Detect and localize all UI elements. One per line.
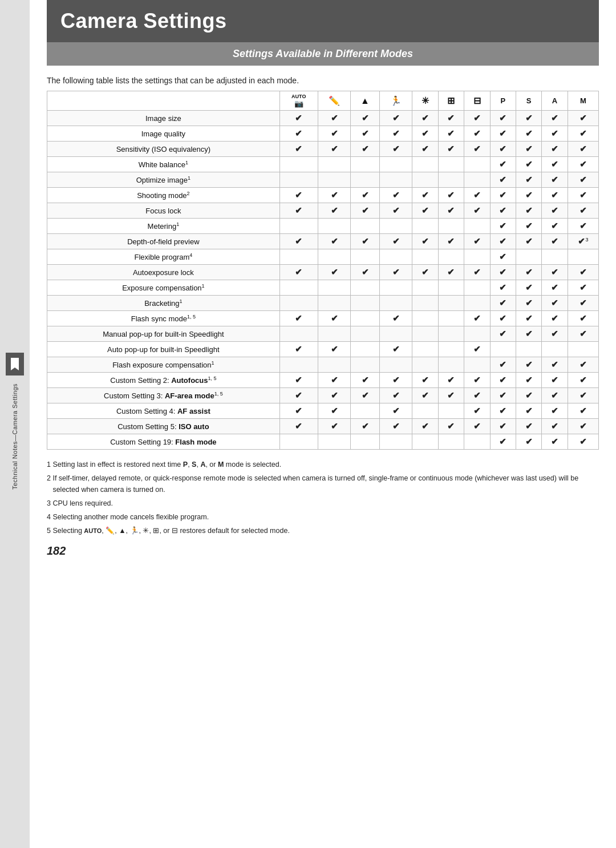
check-cell: ✔ <box>516 234 541 249</box>
setting-name: Exposure compensation1 <box>47 280 280 296</box>
check-cell: ✔ <box>464 126 490 142</box>
check-cell: ✔ <box>490 265 516 280</box>
check-cell: ✔ <box>379 203 412 219</box>
table-row: Shooting mode2✔✔✔✔✔✔✔✔✔✔✔ <box>47 188 599 203</box>
check-cell: ✔ <box>464 311 490 326</box>
check-cell <box>464 172 490 188</box>
table-row: Sensitivity (ISO equivalency)✔✔✔✔✔✔✔✔✔✔✔ <box>47 142 599 157</box>
check-cell <box>318 296 351 311</box>
check-cell: ✔ <box>379 126 412 142</box>
check-cell <box>351 280 379 296</box>
check-cell: ✔ <box>568 142 598 157</box>
check-cell: ✔ <box>318 111 351 126</box>
check-cell: ✔ <box>568 203 598 219</box>
check-cell: ✔ <box>490 203 516 219</box>
check-cell: ✔ <box>412 111 438 126</box>
check-cell: ✔ <box>412 188 438 203</box>
check-cell <box>379 219 412 234</box>
check-cell: ✔ <box>516 311 541 326</box>
check-cell <box>464 326 490 342</box>
check-cell: ✔ <box>490 373 516 388</box>
col-header-auto: AUTO 📷 <box>279 91 318 111</box>
check-cell: ✔ <box>568 326 598 342</box>
check-cell <box>438 172 464 188</box>
setting-name: Flexible program4 <box>47 249 280 265</box>
check-cell <box>438 403 464 419</box>
check-cell <box>438 219 464 234</box>
check-cell <box>412 219 438 234</box>
check-cell <box>438 357 464 373</box>
check-cell <box>279 157 318 172</box>
check-cell: ✔ <box>351 126 379 142</box>
check-cell <box>279 219 318 234</box>
check-cell <box>379 157 412 172</box>
check-cell <box>438 311 464 326</box>
setting-name: White balance1 <box>47 157 280 172</box>
check-cell <box>351 311 379 326</box>
check-cell: ✔ <box>318 203 351 219</box>
check-cell: ✔ <box>351 234 379 249</box>
setting-name: Bracketing1 <box>47 296 280 311</box>
check-cell <box>279 249 318 265</box>
sidebar-label: Technical Notes—Camera Settings <box>9 378 21 495</box>
check-cell <box>412 280 438 296</box>
check-cell <box>438 434 464 450</box>
check-cell <box>516 249 541 265</box>
setting-name: Custom Setting 5: ISO auto <box>47 419 280 434</box>
check-cell <box>279 357 318 373</box>
table-row: Custom Setting 2: Autofocus1, 5✔✔✔✔✔✔✔✔✔… <box>47 373 599 388</box>
check-cell <box>318 434 351 450</box>
check-cell: ✔ <box>438 126 464 142</box>
check-cell <box>412 172 438 188</box>
setting-name: Autoexposure lock <box>47 265 280 280</box>
check-cell <box>351 357 379 373</box>
table-row: Flexible program4✔ <box>47 249 599 265</box>
check-cell <box>438 280 464 296</box>
check-cell: ✔ <box>379 188 412 203</box>
check-cell: ✔ <box>568 172 598 188</box>
table-header-row: AUTO 📷 ✏️ ▲ 🏃 ✳ ⊞ ⊟ P S A M <box>47 91 599 111</box>
page-subtitle: Settings Available in Different Modes <box>47 42 599 66</box>
check-cell: ✔ <box>490 388 516 403</box>
check-cell <box>379 357 412 373</box>
check-cell <box>412 311 438 326</box>
check-cell: ✔ <box>490 234 516 249</box>
check-cell <box>464 296 490 311</box>
check-cell <box>351 403 379 419</box>
check-cell <box>279 172 318 188</box>
check-cell <box>351 249 379 265</box>
table-row: Metering1✔✔✔✔ <box>47 219 599 234</box>
check-cell <box>351 157 379 172</box>
check-cell: ✔ <box>279 234 318 249</box>
check-cell <box>412 357 438 373</box>
check-cell <box>351 326 379 342</box>
check-cell: ✔ <box>542 188 568 203</box>
check-cell: ✔ <box>279 403 318 419</box>
check-cell: ✔ <box>412 126 438 142</box>
check-cell: ✔ <box>568 280 598 296</box>
sidebar: Technical Notes—Camera Settings <box>0 0 30 848</box>
check-cell: ✔ <box>318 388 351 403</box>
check-cell: ✔ <box>279 419 318 434</box>
footnote-1: 1 Setting last in effect is restored nex… <box>47 459 599 470</box>
table-row: Auto pop-up for built-in Speedlight✔✔✔✔ <box>47 342 599 357</box>
check-cell: ✔ <box>542 280 568 296</box>
check-cell <box>412 326 438 342</box>
check-cell: ✔ <box>279 311 318 326</box>
check-cell: ✔ <box>516 373 541 388</box>
check-cell <box>490 342 516 357</box>
check-cell: ✔ <box>542 234 568 249</box>
table-row: Depth-of-field preview✔✔✔✔✔✔✔✔✔✔✔3 <box>47 234 599 249</box>
check-cell: ✔ <box>542 373 568 388</box>
check-cell: ✔ <box>490 188 516 203</box>
check-cell: ✔ <box>516 403 541 419</box>
table-row: Image quality✔✔✔✔✔✔✔✔✔✔✔ <box>47 126 599 142</box>
check-cell: ✔ <box>568 265 598 280</box>
check-cell: ✔ <box>464 419 490 434</box>
check-cell: ✔ <box>490 357 516 373</box>
table-row: Custom Setting 19: Flash mode✔✔✔✔ <box>47 434 599 450</box>
check-cell: ✔ <box>379 142 412 157</box>
check-cell <box>464 280 490 296</box>
check-cell: ✔ <box>490 157 516 172</box>
check-cell: ✔ <box>464 188 490 203</box>
